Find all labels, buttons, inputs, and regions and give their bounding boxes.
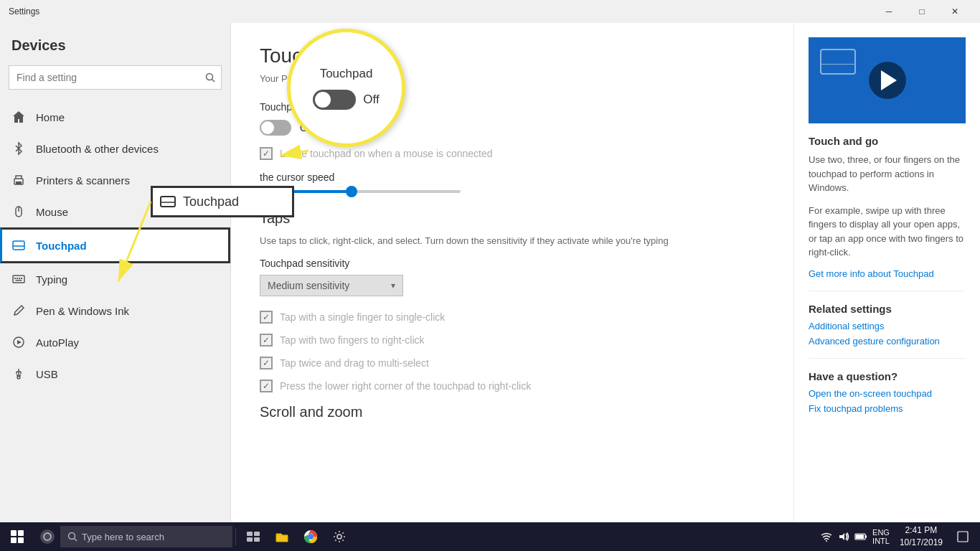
svg-point-22 [44, 533, 51, 540]
sidebar-item-mouse[interactable]: Mouse [0, 196, 230, 227]
sidebar-header: Devices [0, 30, 230, 65]
svg-rect-3 [16, 182, 22, 184]
file-explorer-icon [275, 530, 289, 543]
checkbox-single-tap[interactable] [260, 311, 273, 324]
checkbox-two-finger[interactable] [260, 334, 273, 347]
svg-point-23 [69, 533, 75, 540]
network-icon [821, 532, 832, 542]
clock-date: 10/17/2019 [900, 537, 943, 547]
svg-line-1 [212, 80, 215, 83]
play-triangle [881, 70, 897, 90]
checkbox-lower-right[interactable] [260, 380, 273, 392]
sensitivity-value: Medium sensitivity [268, 280, 349, 291]
learn-more-link[interactable]: Get more info about Touchpad [809, 268, 966, 279]
touch-and-go-desc2: For example, swipe up with three fingers… [809, 204, 966, 260]
svg-point-0 [207, 74, 213, 80]
settings-button[interactable] [325, 522, 354, 551]
search-box [9, 65, 222, 90]
mouse-icon [11, 204, 26, 219]
settings-icon [333, 530, 346, 543]
sidebar-item-printers[interactable]: Printers & scanners [0, 164, 230, 196]
volume-tray-icon[interactable] [837, 529, 851, 544]
windows-logo [11, 530, 24, 543]
svg-rect-27 [247, 537, 253, 542]
page-title: Touchpad [260, 44, 765, 67]
sidebar-item-autoplay[interactable]: AutoPlay [0, 326, 230, 358]
checkbox-row-1: Tap with two fingers to right-click [260, 334, 765, 347]
fix-touchpad-link[interactable]: Fix touchpad problems [809, 403, 966, 414]
cortana-button[interactable] [34, 522, 60, 551]
leave-touchpad-label: Leave touchpad on when a mouse is connec… [280, 148, 493, 159]
language-indicator[interactable]: ENGINTL [872, 528, 890, 545]
network-tray-icon[interactable] [819, 529, 834, 544]
sensitivity-dropdown-row: Touchpad sensitivity Medium sensitivity … [260, 258, 765, 296]
svg-point-31 [337, 534, 341, 539]
sensitivity-dropdown[interactable]: Medium sensitivity ▾ [260, 275, 403, 296]
related-settings-title: Related settings [809, 303, 966, 315]
chrome-button[interactable] [296, 522, 325, 551]
touch-and-go-desc1: Use two, three, or four fingers on the t… [809, 153, 966, 195]
sidebar-item-touchpad[interactable]: Touchpad [0, 227, 230, 263]
sidebar-item-pen-label: Pen & Windows Ink [36, 305, 129, 317]
taskbar-search[interactable]: Type here to search [60, 526, 232, 547]
svg-rect-35 [856, 534, 864, 539]
task-view-button[interactable] [239, 522, 268, 551]
sidebar-item-pen[interactable]: Pen & Windows Ink [0, 295, 230, 326]
search-input[interactable] [9, 65, 222, 90]
window-controls: ─ □ ✕ [872, 0, 971, 23]
touchpad-toggle-section-label: Touchpad [260, 101, 765, 113]
printer-icon [11, 173, 26, 187]
sidebar-item-typing[interactable]: Typing [0, 263, 230, 295]
svg-rect-12 [21, 278, 22, 279]
close-button[interactable]: ✕ [938, 0, 971, 23]
checkbox-double-tap[interactable] [260, 357, 273, 369]
volume-icon [838, 532, 849, 542]
page-subtitle: Your PC has a precision touch [260, 73, 765, 84]
open-onscreen-link[interactable]: Open the on-screen touchpad [809, 388, 966, 399]
checkbox-row-2: Tap twice and drag to multi-select [260, 357, 765, 369]
sidebar-item-home-label: Home [36, 111, 65, 123]
checkbox-row-3: Press the lower right corner of the touc… [260, 380, 765, 392]
scroll-section-title: Scroll and zoom [260, 404, 765, 420]
sidebar-item-printers-label: Printers & scanners [36, 174, 130, 187]
battery-tray-icon[interactable] [854, 529, 868, 544]
taskbar-search-text: Type here to search [82, 532, 164, 542]
slider-thumb[interactable] [346, 186, 357, 197]
checkbox-single-tap-label: Tap with a single finger to single-click [280, 311, 445, 323]
additional-settings-link[interactable]: Additional settings [809, 321, 966, 331]
autoplay-icon [11, 335, 26, 349]
chrome-icon [303, 529, 318, 544]
taps-section-desc: Use taps to click, right-click, and sele… [260, 235, 765, 246]
svg-rect-37 [958, 532, 968, 542]
svg-marker-15 [17, 340, 22, 344]
svg-rect-13 [16, 280, 22, 281]
minimize-button[interactable]: ─ [872, 0, 905, 23]
taskbar-search-icon [67, 532, 77, 542]
home-icon [11, 110, 26, 124]
maximize-button[interactable]: □ [905, 0, 938, 23]
typing-icon [11, 272, 26, 286]
notification-button[interactable] [951, 522, 974, 551]
pen-icon [11, 303, 26, 318]
search-icon-button[interactable] [199, 65, 222, 90]
advanced-gesture-link[interactable]: Advanced gesture configuration [809, 336, 966, 347]
sidebar-item-home[interactable]: Home [0, 101, 230, 133]
file-explorer-button[interactable] [268, 522, 296, 551]
cursor-speed-container: the cursor speed [260, 171, 765, 193]
leave-touchpad-checkbox[interactable] [260, 147, 273, 160]
sidebar-item-bluetooth[interactable]: Bluetooth & other devices [0, 133, 230, 164]
start-button[interactable] [0, 522, 34, 551]
play-button-icon[interactable] [869, 62, 906, 99]
video-thumbnail[interactable] [809, 37, 966, 123]
sidebar-item-bluetooth-label: Bluetooth & other devices [36, 143, 159, 155]
leave-touchpad-row: Leave touchpad on when a mouse is connec… [260, 147, 765, 160]
touchpad-icon [11, 238, 26, 253]
system-clock[interactable]: 2:41 PM 10/17/2019 [894, 524, 948, 549]
notification-icon [957, 531, 969, 542]
sidebar-item-autoplay-label: AutoPlay [36, 336, 79, 349]
panel-divider-2 [809, 358, 966, 359]
sidebar-item-typing-label: Typing [36, 273, 67, 286]
sidebar-item-mouse-label: Mouse [36, 206, 68, 218]
sidebar-item-usb[interactable]: USB [0, 358, 230, 390]
touchpad-toggle[interactable] [260, 120, 291, 136]
